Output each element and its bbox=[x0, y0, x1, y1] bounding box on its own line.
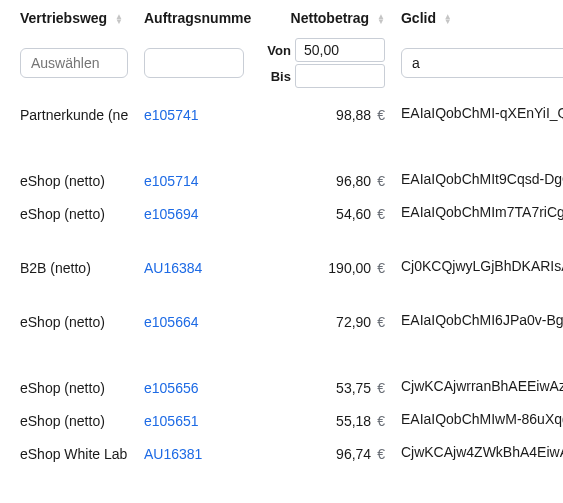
order-link[interactable]: e105664 bbox=[144, 314, 199, 330]
bis-label: Bis bbox=[271, 69, 291, 84]
row-stub bbox=[0, 131, 12, 197]
header-auftragsnummer-label: Auftragsnumme bbox=[144, 10, 251, 26]
cell-nettobetrag: 96,80€ bbox=[259, 131, 393, 197]
row-stub bbox=[0, 437, 12, 470]
cell-nettobetrag: 96,74€ bbox=[259, 437, 393, 470]
cell-auftragsnummer: e105651 bbox=[136, 404, 259, 437]
table-row: eShop (netto)e10566472,90€EAIaIQobChMI6J… bbox=[0, 305, 563, 338]
row-stub bbox=[0, 338, 12, 404]
cell-gclid: Cj0KCQjwyLGjBhDKARIsAFF bbox=[393, 230, 563, 305]
cell-vertriebsweg: eShop (netto) bbox=[12, 404, 136, 437]
amount-value: 96,74 bbox=[336, 446, 371, 462]
cell-nettobetrag: 54,60€ bbox=[259, 197, 393, 230]
header-nettobetrag[interactable]: Nettobetrag ▲▼ bbox=[259, 0, 393, 36]
currency-symbol: € bbox=[377, 413, 385, 429]
currency-symbol: € bbox=[377, 173, 385, 189]
table-row: B2B (netto)AU16384190,00€Cj0KCQjwyLGjBhD… bbox=[0, 230, 563, 305]
gclid-value: EAIaIQobChMIwM-86uXqgA bbox=[401, 411, 563, 427]
table-row: eShop White LabAU1638196,74€CjwKCAjw4ZWk… bbox=[0, 437, 563, 470]
order-link[interactable]: e105651 bbox=[144, 413, 199, 429]
cell-gclid: EAIaIQobChMIt9Cqsd-DgQM bbox=[393, 131, 563, 197]
cell-vertriebsweg: eShop (netto) bbox=[12, 197, 136, 230]
order-link[interactable]: e105714 bbox=[144, 173, 199, 189]
amount-value: 190,00 bbox=[328, 260, 371, 276]
cell-nettobetrag: 72,90€ bbox=[259, 305, 393, 338]
cell-vertriebsweg: eShop (netto) bbox=[12, 338, 136, 404]
cell-gclid: EAIaIQobChMIwM-86uXqgA bbox=[393, 404, 563, 437]
cell-gclid: CjwKCAjw4ZWkBhA4EiwAVA bbox=[393, 437, 563, 470]
gclid-input[interactable] bbox=[401, 48, 563, 78]
cell-nettobetrag: 53,75€ bbox=[259, 338, 393, 404]
cell-vertriebsweg: B2B (netto) bbox=[12, 230, 136, 305]
nettobetrag-range: Von Bis bbox=[267, 38, 385, 88]
cell-auftragsnummer: AU16381 bbox=[136, 437, 259, 470]
table-row: eShop (netto)e10565653,75€CjwKCAjwrranBh… bbox=[0, 338, 563, 404]
cell-vertriebsweg: Partnerkunde (ne bbox=[12, 98, 136, 131]
amount-value: 55,18 bbox=[336, 413, 371, 429]
von-label: Von bbox=[267, 43, 291, 58]
currency-symbol: € bbox=[377, 260, 385, 276]
row-stub bbox=[0, 230, 12, 305]
order-link[interactable]: e105694 bbox=[144, 206, 199, 222]
cell-gclid: EAIaIQobChMI6JPa0v-BgQM bbox=[393, 305, 563, 338]
header-stub bbox=[0, 0, 12, 36]
amount-value: 98,88 bbox=[336, 107, 371, 123]
gclid-value: EAIaIQobChMIt9Cqsd-DgQM bbox=[401, 171, 563, 187]
order-link[interactable]: AU16381 bbox=[144, 446, 202, 462]
cell-vertriebsweg: eShop White Lab bbox=[12, 437, 136, 470]
cell-auftragsnummer: e105656 bbox=[136, 338, 259, 404]
header-gclid[interactable]: Gclid ▲▼ bbox=[393, 0, 563, 36]
gclid-value: CjwKCAjw4ZWkBhA4EiwAVA bbox=[401, 444, 563, 460]
cell-gclid: EAIaIQobChMIm7TA7riCgQN bbox=[393, 197, 563, 230]
sort-icon: ▲▼ bbox=[377, 14, 385, 24]
table-row: eShop (netto)e10565155,18€EAIaIQobChMIwM… bbox=[0, 404, 563, 437]
currency-symbol: € bbox=[377, 380, 385, 396]
row-stub bbox=[0, 404, 12, 437]
gclid-value: CjwKCAjwrranBhAEEiwAzbh bbox=[401, 378, 563, 394]
nettobetrag-bis-input[interactable] bbox=[295, 64, 385, 88]
filter-stub bbox=[0, 36, 12, 98]
gclid-value: EAIaIQobChMI-qXEnYiI_QIVI bbox=[401, 105, 563, 121]
cell-nettobetrag: 98,88€ bbox=[259, 98, 393, 131]
gclid-value: EAIaIQobChMI6JPa0v-BgQM bbox=[401, 312, 563, 328]
currency-symbol: € bbox=[377, 107, 385, 123]
auftragsnummer-input[interactable] bbox=[144, 48, 244, 78]
header-nettobetrag-label: Nettobetrag bbox=[291, 10, 370, 26]
cell-auftragsnummer: e105694 bbox=[136, 197, 259, 230]
row-stub bbox=[0, 305, 12, 338]
order-link[interactable]: e105656 bbox=[144, 380, 199, 396]
gclid-value: Cj0KCQjwyLGjBhDKARIsAFF bbox=[401, 258, 563, 274]
order-link[interactable]: e105741 bbox=[144, 107, 199, 123]
header-vertriebsweg[interactable]: Vertriebsweg ▲▼ bbox=[12, 0, 136, 36]
sort-icon: ▲▼ bbox=[444, 14, 452, 24]
amount-value: 72,90 bbox=[336, 314, 371, 330]
table-row: eShop (netto)e10569454,60€EAIaIQobChMIm7… bbox=[0, 197, 563, 230]
table-filter-row: Von Bis bbox=[0, 36, 563, 98]
orders-table: Vertriebsweg ▲▼ Auftragsnumme Nettobetra… bbox=[0, 0, 563, 470]
cell-gclid: CjwKCAjwrranBhAEEiwAzbh bbox=[393, 338, 563, 404]
header-auftragsnummer[interactable]: Auftragsnumme bbox=[136, 0, 259, 36]
amount-value: 96,80 bbox=[336, 173, 371, 189]
gclid-value: EAIaIQobChMIm7TA7riCgQN bbox=[401, 204, 563, 220]
table-header-row: Vertriebsweg ▲▼ Auftragsnumme Nettobetra… bbox=[0, 0, 563, 36]
cell-vertriebsweg: eShop (netto) bbox=[12, 131, 136, 197]
cell-auftragsnummer: e105664 bbox=[136, 305, 259, 338]
amount-value: 54,60 bbox=[336, 206, 371, 222]
table-row: Partnerkunde (nee10574198,88€EAIaIQobChM… bbox=[0, 98, 563, 131]
cell-vertriebsweg: eShop (netto) bbox=[12, 305, 136, 338]
header-vertriebsweg-label: Vertriebsweg bbox=[20, 10, 107, 26]
cell-nettobetrag: 190,00€ bbox=[259, 230, 393, 305]
order-link[interactable]: AU16384 bbox=[144, 260, 202, 276]
table-row: eShop (netto)e10571496,80€EAIaIQobChMIt9… bbox=[0, 131, 563, 197]
currency-symbol: € bbox=[377, 314, 385, 330]
vertriebsweg-select[interactable] bbox=[20, 48, 128, 78]
currency-symbol: € bbox=[377, 446, 385, 462]
row-stub bbox=[0, 197, 12, 230]
row-stub bbox=[0, 98, 12, 131]
cell-gclid: EAIaIQobChMI-qXEnYiI_QIVI bbox=[393, 98, 563, 131]
cell-auftragsnummer: e105714 bbox=[136, 131, 259, 197]
sort-icon: ▲▼ bbox=[115, 14, 123, 24]
nettobetrag-von-input[interactable] bbox=[295, 38, 385, 62]
cell-nettobetrag: 55,18€ bbox=[259, 404, 393, 437]
currency-symbol: € bbox=[377, 206, 385, 222]
